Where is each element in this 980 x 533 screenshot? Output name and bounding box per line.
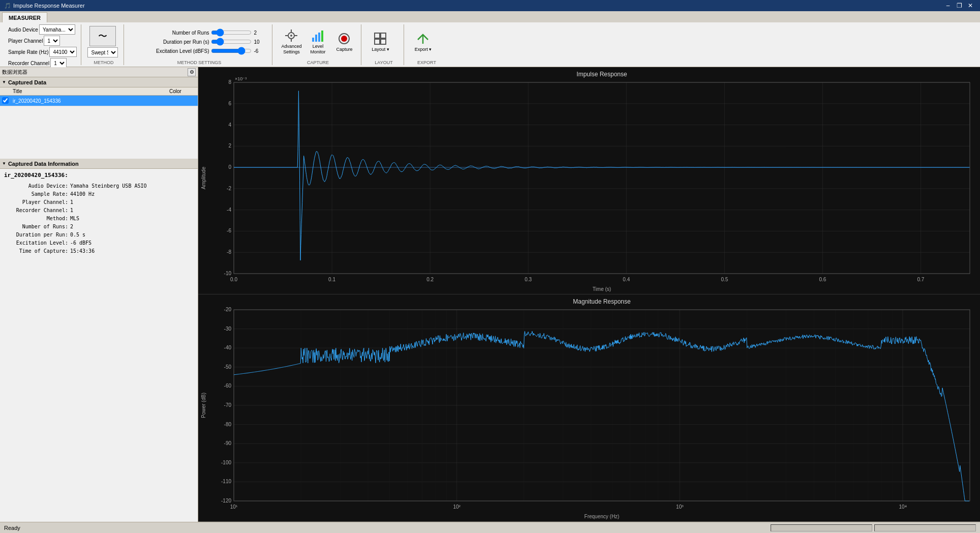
svg-rect-6 <box>312 38 314 42</box>
panel-options-button[interactable]: ⚙ <box>188 68 196 76</box>
ribbon-group-method-settings: Number of Runs 2 Duration per Run (s) 10… <box>126 24 272 65</box>
svg-rect-13 <box>381 33 386 38</box>
duration-slider[interactable] <box>211 38 252 46</box>
info-content: ir_20200420_154336: Audio Device: Yamaha… <box>0 169 198 257</box>
advanced-settings-label: AdvancedSettings <box>281 44 301 55</box>
chevron-icon: ▼ <box>2 80 6 84</box>
audio-device-select[interactable]: Yamaha... <box>39 24 75 35</box>
ribbon-group-device: Audio Device Yamaha... Player Channel 1 … <box>4 24 81 65</box>
ribbon-group-capture: AdvancedSettings LevelMonitor <box>274 24 361 65</box>
info-row-time-capture: Time of Capture: 15:43:36 <box>4 247 194 255</box>
minimize-button[interactable]: – <box>942 0 954 11</box>
info-value-method: MLS <box>70 215 194 223</box>
player-channel-select[interactable]: 1 <box>44 36 60 46</box>
export-icon <box>416 32 430 46</box>
info-value-num-runs: 2 <box>70 223 194 231</box>
row-color <box>167 96 198 106</box>
row-checkbox[interactable] <box>0 96 11 106</box>
player-channel-row: Player Channel 1 <box>8 36 77 46</box>
swept-sine-icon: 〜 <box>89 26 116 46</box>
info-item-title: ir_20200420_154336: <box>4 171 194 180</box>
status-text: Ready <box>4 525 771 531</box>
audio-device-label: Audio Device <box>8 27 38 33</box>
titlebar: 🎵 Impulse Response Measurer – ❐ ✕ <box>0 0 980 11</box>
excitation-slider[interactable] <box>211 47 252 55</box>
ribbon-group-layout: Layout ▾ LAYOUT <box>363 24 404 65</box>
export-button[interactable]: Export ▾ <box>410 26 436 57</box>
col-title: Title <box>11 87 167 96</box>
panel-toolbar-label: 数据浏览器 <box>2 69 186 76</box>
info-row-method: Method: MLS <box>4 215 194 223</box>
svg-rect-9 <box>321 31 323 42</box>
impulse-response-chart <box>198 67 980 294</box>
recorder-channel-row: Recorder Channel 1 <box>8 58 77 68</box>
player-channel-label: Player Channel <box>8 38 43 44</box>
color-swatch <box>169 97 195 104</box>
info-chevron-icon: ▼ <box>2 161 6 166</box>
level-monitor-button[interactable]: LevelMonitor <box>305 26 330 57</box>
captured-data-tbody: ir_20200420_154336 <box>0 96 198 106</box>
sample-rate-label: Sample Rate (Hz) <box>8 49 48 55</box>
duration-label: Duration per Run (s) <box>130 39 209 45</box>
table-row[interactable]: ir_20200420_154336 <box>0 96 198 106</box>
info-value-player-channel: 1 <box>70 198 194 206</box>
sample-rate-select[interactable]: 44100 <box>49 47 77 57</box>
info-row-num-runs: Number of Runs: 2 <box>4 223 194 231</box>
svg-rect-7 <box>315 35 317 42</box>
ribbon-tabs: MEASURER <box>0 11 980 22</box>
titlebar-controls: – ❐ ✕ <box>942 0 976 11</box>
info-row-sample-rate: Sample Rate: 44100 Hz <box>4 190 194 198</box>
num-runs-row: Number of Runs 2 <box>130 28 268 37</box>
info-value-time-capture: 15:43:36 <box>70 247 194 255</box>
num-runs-slider[interactable] <box>211 28 252 37</box>
left-panel: 数据浏览器 ⚙ ▼ Captured Data Title Color <box>0 67 198 522</box>
captured-data-title: Captured Data <box>8 79 46 85</box>
num-runs-value: 2 <box>254 30 268 36</box>
capture-button[interactable]: Capture <box>331 26 357 57</box>
secondary-bar <box>874 524 976 531</box>
svg-point-11 <box>341 36 347 42</box>
svg-rect-15 <box>381 39 386 44</box>
info-section: ▼ Captured Data Information ir_20200420_… <box>0 159 198 522</box>
progress-bar <box>771 524 872 531</box>
recorder-channel-select[interactable]: 1 <box>50 58 67 68</box>
svg-rect-8 <box>318 33 320 42</box>
restore-button[interactable]: ❐ <box>954 0 965 11</box>
info-value-audio-device: Yamaha Steinberg USB ASIO <box>70 182 194 190</box>
info-value-recorder-channel: 1 <box>70 206 194 215</box>
export-group-label: EXPORT <box>410 59 443 65</box>
info-row-duration: Duration per Run: 0.5 s <box>4 231 194 239</box>
info-header[interactable]: ▼ Captured Data Information <box>0 159 198 169</box>
capture-group-label: CAPTURE <box>279 59 357 65</box>
method-group-label: METHOD <box>87 59 119 65</box>
info-row-excitation: Excitation Level: -6 dBFS <box>4 239 194 247</box>
ribbon-group-method: 〜 Swept Sine METHOD <box>83 24 124 65</box>
svg-point-1 <box>290 35 292 37</box>
layout-button[interactable]: Layout ▾ <box>368 26 393 57</box>
info-row-recorder-channel: Recorder Channel: 1 <box>4 206 194 215</box>
info-label-duration: Duration per Run: <box>4 231 70 239</box>
close-button[interactable]: ✕ <box>965 0 976 11</box>
layout-group-label: LAYOUT <box>368 59 400 65</box>
captured-data-header[interactable]: ▼ Captured Data <box>0 77 198 87</box>
ribbon-group-export: Export ▾ EXPORT <box>406 24 447 65</box>
info-value-excitation: -6 dBFS <box>70 239 194 247</box>
num-runs-label: Number of Runs <box>130 30 209 36</box>
recorder-channel-label: Recorder Channel <box>8 61 49 66</box>
method-select[interactable]: Swept Sine <box>87 47 118 57</box>
magnitude-canvas <box>198 294 980 521</box>
layout-icon <box>373 32 387 46</box>
capture-label: Capture <box>336 47 352 52</box>
level-monitor-label: LevelMonitor <box>310 44 325 55</box>
duration-row: Duration per Run (s) 10 <box>130 38 268 46</box>
impulse-canvas <box>198 67 980 294</box>
ribbon: MEASURER Audio Device Yamaha... Player C… <box>0 11 980 67</box>
info-label-time-capture: Time of Capture: <box>4 247 70 255</box>
svg-rect-14 <box>375 39 380 44</box>
tab-measurer[interactable]: MEASURER <box>2 12 47 22</box>
svg-rect-12 <box>375 33 380 38</box>
row-title[interactable]: ir_20200420_154336 <box>11 96 167 106</box>
info-label-player-channel: Player Channel: <box>4 198 70 206</box>
advanced-settings-button[interactable]: AdvancedSettings <box>279 26 304 57</box>
captured-data-section: ▼ Captured Data Title Color <box>0 77 198 159</box>
